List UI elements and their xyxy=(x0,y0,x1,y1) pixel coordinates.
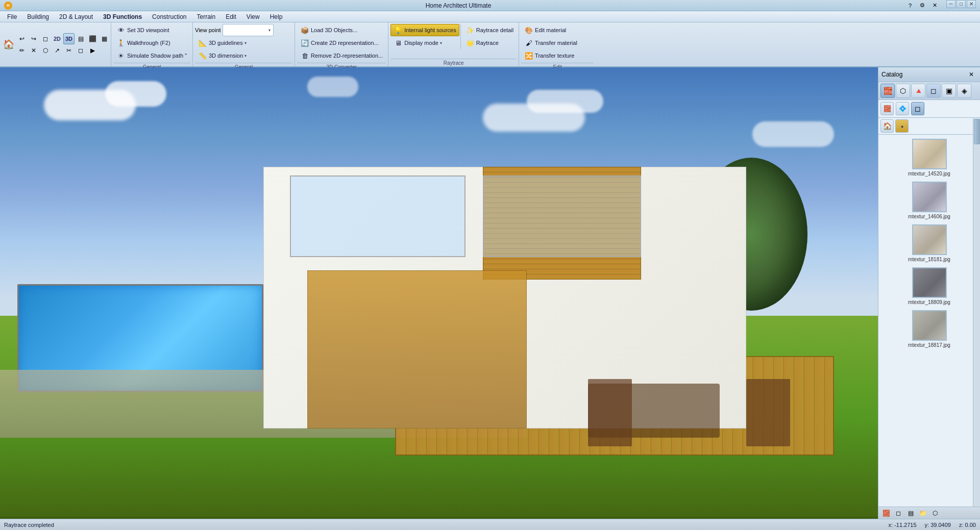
dimension-icon: 📏 xyxy=(198,51,207,60)
raytrace-btn[interactable]: 🌟 Raytrace xyxy=(462,37,502,49)
settings-button[interactable]: ⚙ xyxy=(917,0,928,11)
catalog-scrollbar[interactable] xyxy=(973,118,980,507)
texture-item-2[interactable]: mtextur_14606.jpg xyxy=(908,182,950,219)
coord-y: y: 39.0409 xyxy=(925,522,951,528)
catalog-tab-1[interactable]: 🧱 xyxy=(880,84,895,98)
catalog-nav-texture[interactable]: ◻ xyxy=(911,102,924,115)
help-button[interactable]: ? xyxy=(904,0,916,11)
catalog-nav-diamond[interactable]: 💠 xyxy=(896,102,909,115)
catalog-footer-btn3[interactable]: ▤ xyxy=(905,508,916,519)
walkthrough-icon: 🚶 xyxy=(116,38,126,47)
close-right-button[interactable]: ✕ xyxy=(929,0,940,11)
create-2d-btn[interactable]: 🔄 Create 2D representation... xyxy=(297,37,382,49)
texture-item-5[interactable]: mtextur_18817.jpg xyxy=(908,310,950,348)
catalog-nav-back[interactable]: 🧱 xyxy=(880,102,894,115)
menu-help[interactable]: Help xyxy=(265,11,288,22)
viewport-3d[interactable] xyxy=(0,67,878,519)
texture-item-3[interactable]: mtextur_18181.jpg xyxy=(908,224,950,262)
hex-btn[interactable]: ⬡ xyxy=(40,45,51,56)
transfer-material-btn[interactable]: 🖌 Transfer material xyxy=(521,37,580,49)
new-btn[interactable]: ◻ xyxy=(40,33,51,44)
texture-label-18181: mtextur_18181.jpg xyxy=(908,257,950,262)
walkthrough-btn[interactable]: 🚶 Walkthrough (F2) xyxy=(113,37,174,49)
general-group: 👁 Set 3D viewpoint 🚶 Walkthrough (F2) ☀ … xyxy=(111,22,193,66)
raytrace-detail-btn[interactable]: ✨ Raytrace detail xyxy=(462,24,517,36)
title-bar-left: H xyxy=(4,2,12,10)
catalog-home-btn[interactable]: 🏠 xyxy=(880,119,894,133)
catalog-tab-5[interactable]: ▣ xyxy=(942,84,956,98)
status-message: Raytrace completed xyxy=(4,522,54,528)
3d-btn[interactable]: 3D xyxy=(63,33,75,44)
furniture-planter1 xyxy=(746,379,790,447)
home-icon-btn[interactable]: 🏠 xyxy=(1,37,16,52)
2d-btn[interactable]: 2D xyxy=(52,33,63,44)
undo-btn[interactable]: ↩ xyxy=(16,33,28,44)
menu-3d-functions[interactable]: 3D Functions xyxy=(98,11,147,22)
grid-btn[interactable]: ▤ xyxy=(75,33,86,44)
draw-btn[interactable]: ✏ xyxy=(16,45,28,56)
set-3d-viewpoint-btn[interactable]: 👁 Set 3D viewpoint xyxy=(113,24,173,36)
converter-3d-group: 📦 Load 3D Objects... 🔄 Create 2D represe… xyxy=(295,22,388,66)
texture-thumb-18181 xyxy=(912,224,947,255)
delete-btn[interactable]: ✕ xyxy=(28,45,39,56)
redo-btn[interactable]: ↪ xyxy=(28,33,39,44)
catalog-title: Catalog xyxy=(881,71,902,78)
catalog-footer-btn4[interactable]: 📁 xyxy=(917,508,928,519)
menu-building[interactable]: Building xyxy=(22,11,54,22)
menu-edit[interactable]: Edit xyxy=(220,11,241,22)
create-2d-icon: 🔄 xyxy=(300,38,309,47)
pattern-btn[interactable]: ▦ xyxy=(99,33,110,44)
catalog-footer-btn5[interactable]: ⬡ xyxy=(929,508,941,519)
texture-label-18809: mtextur_18809.jpg xyxy=(908,299,950,305)
texture-label-18817: mtextur_18817.jpg xyxy=(908,342,950,348)
play-btn[interactable]: ▶ xyxy=(87,45,98,56)
internal-light-btn[interactable]: 💡 Internal light sources xyxy=(390,24,459,36)
catalog-sub-nav: 🏠 ⬥ ... xyxy=(878,118,980,135)
catalog-footer-btn2[interactable]: ◻ xyxy=(893,508,904,519)
load-3d-btn[interactable]: 📦 Load 3D Objects... xyxy=(297,24,360,36)
texture-item-4[interactable]: mtextur_18809.jpg xyxy=(908,267,950,305)
texture-label-14520: mtextur_14520.jpg xyxy=(908,171,950,176)
catalog-footer-btn1[interactable]: 🧱 xyxy=(880,508,892,519)
menu-terrain[interactable]: Terrain xyxy=(191,11,220,22)
display-mode-btn[interactable]: 🖥 Display mode ▾ xyxy=(390,37,445,49)
staircase xyxy=(307,270,527,428)
catalog-tab-6[interactable]: ◈ xyxy=(957,84,971,98)
catalog-scroll-thumb[interactable] xyxy=(974,119,980,144)
edit-material-btn[interactable]: 🎨 Edit material xyxy=(521,24,569,36)
window-controls: ? ⚙ ✕ ─ □ ✕ xyxy=(904,0,976,11)
restore-button[interactable]: □ xyxy=(957,0,966,8)
dimension-3d-btn[interactable]: 📏 3D dimension ▾ xyxy=(195,49,250,62)
menu-file[interactable]: File xyxy=(2,11,22,22)
display-mode-icon: 🖥 xyxy=(394,38,403,47)
guidelines-3d-btn[interactable]: 📐 3D guidelines ▾ xyxy=(195,37,250,49)
viewpoint-label: View point xyxy=(195,27,221,33)
minimize-button[interactable]: ─ xyxy=(946,0,955,8)
copy-btn[interactable]: ◻ xyxy=(75,45,86,56)
menu-construction[interactable]: Construction xyxy=(147,11,191,22)
close-button[interactable]: ✕ xyxy=(967,0,976,8)
coord-z: z: 0.00 xyxy=(959,522,976,528)
catalog-close-btn[interactable]: ✕ xyxy=(966,69,977,80)
transfer-material-icon: 🖌 xyxy=(524,38,533,47)
cut-btn[interactable]: ✂ xyxy=(63,45,75,56)
status-coords: x: -11.2715 y: 39.0409 z: 0.00 xyxy=(889,522,976,528)
guidelines-icon: 📐 xyxy=(198,38,207,47)
catalog-tab-3[interactable]: 🔺 xyxy=(911,84,925,98)
catalog-diamond-btn[interactable]: ⬥ xyxy=(895,119,909,133)
transfer-texture-btn[interactable]: 🔀 Transfer texture xyxy=(521,49,577,62)
menu-2d-layout[interactable]: 2D & Layout xyxy=(54,11,98,22)
simulate-shadow-btn[interactable]: ☀ Simulate Shadow path " xyxy=(113,49,190,62)
catalog-tab-2[interactable]: ⬡ xyxy=(896,84,910,98)
arrow-btn[interactable]: ↗ xyxy=(52,45,63,56)
viewpoint-dropdown[interactable]: ▾ xyxy=(223,24,274,36)
viewpoint-group: View point ▾ 📐 3D guidelines ▾ 📏 3D dime… xyxy=(193,22,295,66)
texture-item-1[interactable]: mtextur_14520.jpg xyxy=(908,139,950,176)
catalog-tab-4[interactable]: ◻ xyxy=(926,84,941,98)
texture-label-14606: mtextur_14606.jpg xyxy=(908,214,950,219)
status-bar: Raytrace completed x: -11.2715 y: 39.040… xyxy=(0,519,980,530)
display-arrow: ▾ xyxy=(440,41,442,45)
remove-2d-btn[interactable]: 🗑 Remove 2D-representation... xyxy=(297,49,386,62)
fill-btn[interactable]: ⬛ xyxy=(87,33,98,44)
menu-view[interactable]: View xyxy=(241,11,265,22)
